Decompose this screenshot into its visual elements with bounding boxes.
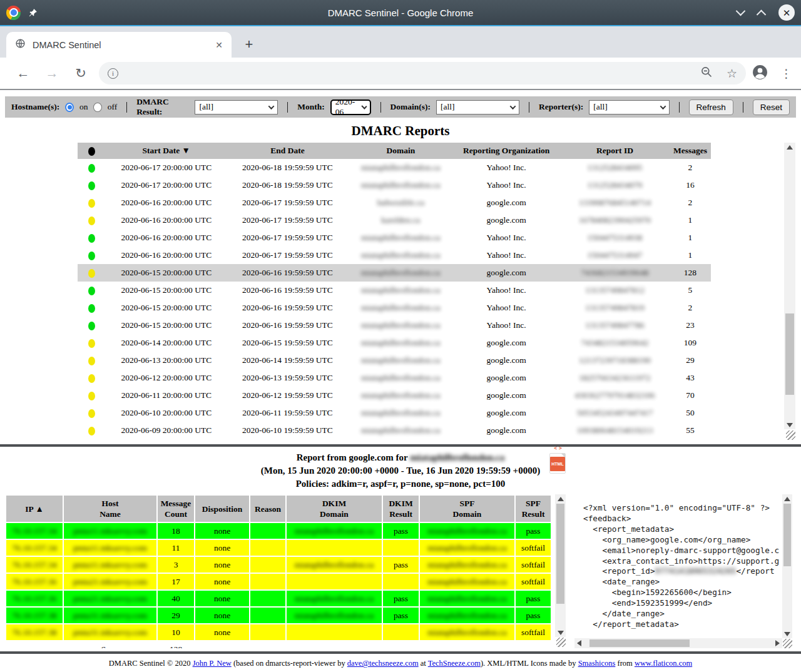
maximize-icon[interactable] [757,9,767,19]
detail-row: 76.10.157.36pmta21.inksavvy.com17nonemia… [6,574,551,589]
zoom-out-icon[interactable] [700,66,713,81]
report-row[interactable]: 2020-06-15 20:00:00 UTC2020-06-16 19:59:… [78,317,711,334]
footer-link-email[interactable]: dave@techsneeze.com [347,659,419,668]
hostnames-off-label: off [108,102,118,112]
separator [380,102,381,113]
month-select[interactable]: 2020-06 [330,99,371,115]
hostnames-label: Hostname(s): [11,102,59,112]
reload-icon[interactable]: ↻ [66,66,95,81]
status-dot [88,252,95,260]
sum-label: Sum: [64,641,156,648]
refresh-button[interactable]: Refresh [689,99,733,115]
report-row[interactable]: 2020-06-17 20:00:00 UTC2020-06-18 19:59:… [78,159,711,176]
report-row[interactable]: 2020-06-12 20:00:00 UTC2020-06-13 19:59:… [78,369,711,387]
column-disposition[interactable]: Disposition [195,496,249,522]
column-messages[interactable]: Messages [670,143,711,159]
report-row[interactable]: 2020-06-14 20:00:00 UTC2020-06-15 19:59:… [78,334,711,352]
window-close-icon[interactable]: ✕ [778,4,795,21]
reports-scrollbar[interactable] [784,143,795,429]
html-download-icon[interactable]: HTML [549,453,566,474]
hostnames-off-radio[interactable] [93,103,101,112]
xml-view[interactable]: <?xml version="1.0" encoding="UTF-8" ?><… [574,494,792,648]
sum-value: 128 [158,641,194,648]
footer-link-smashicons[interactable]: Smashicons [578,659,616,668]
column-start-date[interactable]: Start Date ▼ [106,143,227,159]
column-message-count[interactable]: MessageCount [158,496,194,522]
report-row-selected[interactable]: 2020-06-15 20:00:00 UTC2020-06-16 19:59:… [78,264,711,282]
scrollbar-thumb[interactable] [556,504,564,604]
resize-grip[interactable] [786,430,795,440]
column-domain[interactable]: Domain [349,143,452,159]
reports-scroll-area: Start Date ▼ End Date Domain Reporting O… [0,143,801,440]
back-icon[interactable]: ← [9,66,38,81]
detail-row: 76.10.157.38pmta31.inksavvy.com29nonemia… [6,608,551,623]
xml-horizontal-scrollbar[interactable] [574,638,782,648]
avatar[interactable] [752,64,768,83]
report-row[interactable]: 2020-06-15 20:00:00 UTC2020-06-16 19:59:… [78,282,711,299]
forward-icon: → [38,66,66,81]
column-host-name[interactable]: HostName [64,496,156,522]
xml-vertical-scrollbar[interactable] [782,494,792,638]
scroll-down-icon[interactable] [558,631,564,635]
status-dot [88,322,95,330]
report-row[interactable]: 2020-06-11 20:00:00 UTC2020-06-12 19:59:… [78,387,711,404]
column-spf-domain[interactable]: SPFDomain [420,496,514,522]
report-row[interactable]: 2020-06-16 20:00:00 UTC2020-06-17 19:59:… [78,211,711,229]
report-row[interactable]: 2020-06-15 20:00:00 UTC2020-06-16 19:59:… [78,299,711,317]
footer-link-techsneeze[interactable]: TechSneeze.com [428,659,481,668]
column-ip[interactable]: IP ▲ [6,496,63,522]
domains-select[interactable]: [all] [436,100,519,115]
column-dkim-result[interactable]: DKIMResult [383,496,419,522]
scroll-left-icon[interactable] [577,640,581,646]
resize-grip[interactable] [556,638,566,647]
detail-scrollbar[interactable] [555,494,566,637]
report-row[interactable]: 2020-06-17 20:00:00 UTC2020-06-18 19:59:… [78,176,711,194]
reset-button[interactable]: Reset [753,99,790,115]
hostnames-on-radio[interactable] [65,103,74,112]
report-detail-body: IP ▲ HostName MessageCount Disposition R… [0,493,801,648]
column-status[interactable] [78,143,106,159]
scroll-down-icon[interactable] [787,423,793,427]
bookmark-star-icon[interactable]: ☆ [727,66,737,81]
scrollbar-thumb[interactable] [783,504,791,566]
footer-link-author[interactable]: John P. New [193,659,232,668]
globe-icon [15,38,26,51]
detail-header-row: IP ▲ HostName MessageCount Disposition R… [6,496,551,522]
new-tab-button[interactable]: + [240,36,258,53]
report-row[interactable]: 2020-06-16 20:00:00 UTC2020-06-17 19:59:… [78,194,711,211]
column-report-id[interactable]: Report ID [560,143,670,159]
report-row[interactable]: 2020-06-16 20:00:00 UTC2020-06-17 19:59:… [78,229,711,247]
scrollbar-thumb[interactable] [785,313,794,395]
xml-resize-grip[interactable] [783,639,792,648]
minimize-icon[interactable] [736,6,746,16]
column-dkim-domain[interactable]: DKIMDomain [287,496,382,522]
scroll-up-icon[interactable] [558,497,564,501]
column-spf-result[interactable]: SPFResult [516,496,551,522]
scroll-up-icon[interactable] [787,145,793,150]
site-info-icon[interactable]: i [108,68,118,79]
report-row[interactable]: 2020-06-09 20:00:00 UTC2020-06-10 19:59:… [78,422,711,439]
scroll-up-icon[interactable] [784,497,790,501]
report-row[interactable]: 2020-06-10 20:00:00 UTC2020-06-11 19:59:… [78,404,711,422]
status-dot [88,392,95,400]
detail-row: 76.10.157.38pmta31.inksavvy.com10nonemia… [6,624,551,640]
column-end-date[interactable]: End Date [227,143,349,159]
footer-link-flaticon[interactable]: www.flaticon.com [635,659,692,668]
xml-content: <?xml version="1.0" encoding="UTF-8" ?><… [574,494,782,638]
detail-table-area: IP ▲ HostName MessageCount Disposition R… [5,494,566,648]
report-row[interactable]: 2020-06-13 20:00:00 UTC2020-06-14 19:59:… [78,352,711,369]
window-title: DMARC Sentinel - Google Chrome [0,8,801,18]
address-bar[interactable]: i ☆ [99,62,746,84]
column-reason[interactable]: Reason [250,496,285,522]
dmarc-result-select[interactable]: [all] [195,100,278,115]
scroll-down-icon[interactable] [784,632,790,636]
browser-menu-icon[interactable]: ⋮ [780,66,792,81]
scroll-right-icon[interactable] [775,640,780,646]
reporters-select[interactable]: [all] [589,100,670,115]
column-org[interactable]: Reporting Organization [452,143,560,159]
scrollbar-thumb[interactable] [589,639,690,647]
browser-tab[interactable]: DMARC Sentinel ✕ [6,32,232,58]
report-row[interactable]: 2020-06-16 20:00:00 UTC2020-06-17 19:59:… [78,247,711,264]
tab-close-icon[interactable]: ✕ [215,40,223,50]
domains-label: Domain(s): [390,102,431,112]
